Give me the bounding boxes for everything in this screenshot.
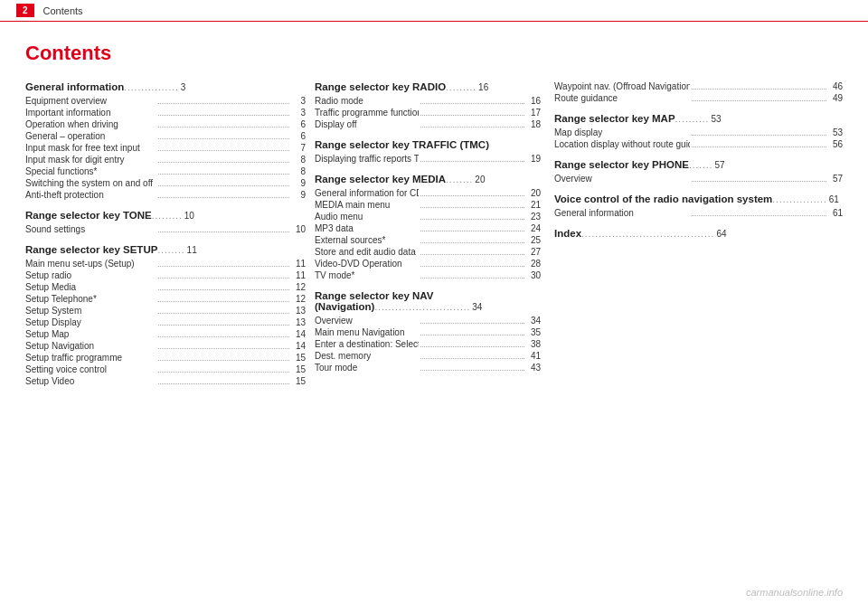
toc-page: 27 <box>526 247 541 257</box>
toc-page: 14 <box>291 329 306 339</box>
col-right: Range selector key RADIO.........16 Radi… <box>315 81 843 388</box>
toc-page: 12 <box>291 294 306 304</box>
toc-dots <box>158 115 289 116</box>
toc-dots <box>420 254 524 255</box>
toc-page: 25 <box>526 235 541 245</box>
toc-label: Display off <box>315 119 419 129</box>
toc-page: 18 <box>526 119 541 129</box>
toc-page: 38 <box>526 339 541 349</box>
toc-entry: Route guidance 49 <box>554 93 843 104</box>
toc-dots <box>158 150 289 151</box>
toc-label: Sound settings <box>25 224 156 234</box>
toc-entry: Main menu Navigation 35 <box>315 327 541 338</box>
toc-entry: Tour mode 43 <box>315 363 541 373</box>
toc-label: Overview <box>315 316 419 326</box>
toc-page: 56 <box>828 139 843 149</box>
toc-page: 15 <box>291 364 306 374</box>
toc-dots <box>420 278 524 279</box>
toc-entry: Overview 34 <box>315 316 541 326</box>
toc-label: Overview <box>554 174 690 184</box>
toc-dots <box>158 197 289 198</box>
toc-entry: Enter a destination: Select a destinatio… <box>315 339 541 350</box>
toc-entry: Anti-theft protection 9 <box>25 190 306 201</box>
toc-page: 16 <box>526 96 541 106</box>
toc-label: Enter a destination: Select a destinatio… <box>315 339 419 349</box>
toc-label: General information <box>554 208 690 218</box>
toc-dots <box>692 89 827 90</box>
toc-page: 9 <box>291 178 306 188</box>
toc-dots <box>158 372 289 373</box>
section-header: Range selector key TONE.........10 <box>25 210 306 221</box>
toc-entry: Switching the system on and off 9 <box>25 178 306 189</box>
toc-entry: Special functions* 8 <box>25 166 306 177</box>
toc-page: 8 <box>291 155 306 165</box>
toc-entry: Setup Telephone* 12 <box>25 294 306 305</box>
section-header: Range selector key MAP..........53 <box>554 113 843 124</box>
toc-dots <box>692 100 827 101</box>
col-left: General information................3 Equ… <box>25 81 315 388</box>
toc-label: Input mask for digit entry <box>25 155 156 165</box>
toc-page: 34 <box>526 316 541 326</box>
toc-page: 14 <box>291 341 306 351</box>
toc-entry: General information 61 <box>554 208 843 219</box>
toc-dots <box>420 346 524 347</box>
toc-page: 41 <box>526 351 541 361</box>
toc-dots <box>158 162 289 163</box>
toc-label: Setup Display <box>25 317 156 327</box>
toc-entry: Setup Media 12 <box>25 282 306 293</box>
toc-entry: Main menu set-ups (Setup) 11 <box>25 259 306 269</box>
toc-entry: Location display without route guidance … <box>554 139 843 150</box>
page-title: Contents <box>25 42 843 65</box>
section-header: Range selector key SETUP........11 <box>25 244 306 255</box>
toc-label: External sources* <box>315 235 419 245</box>
toc-dots <box>158 289 289 290</box>
main-content: Contents General information............… <box>0 22 868 406</box>
toc-label: Equipment overview <box>25 96 156 106</box>
toc-entry: External sources* 25 <box>315 235 541 246</box>
toc-entry: Overview 57 <box>554 174 843 184</box>
toc-entry: Setup Display 13 <box>25 317 306 328</box>
toc-page: 13 <box>291 317 306 327</box>
toc-dots <box>692 135 827 136</box>
toc-dots <box>420 219 524 220</box>
toc-label: Setup Navigation <box>25 341 156 351</box>
toc-dots <box>420 161 524 162</box>
toc-entry: Equipment overview 3 <box>25 96 306 107</box>
toc-label: Radio mode <box>315 96 419 106</box>
toc-label: Important information <box>25 108 156 118</box>
section-header: General information................3 <box>25 81 306 92</box>
toc-dots <box>158 185 289 186</box>
footer-logo: carmanualsonline.info <box>746 587 843 598</box>
toc-label: Location display without route guidance <box>554 139 690 149</box>
toc-page: 3 <box>291 108 306 118</box>
toc-page: 49 <box>828 93 843 103</box>
section-header: Range selector key PHONE.......57 <box>554 159 843 170</box>
toc-label: Setup radio <box>25 270 156 280</box>
toc-page: 11 <box>291 270 306 280</box>
section-header: Range selector key RADIO.........16 <box>315 81 541 92</box>
toc-label: Setup Video <box>25 376 156 386</box>
toc-page: 13 <box>291 306 306 316</box>
toc-page: 35 <box>526 327 541 337</box>
toc-entry: Traffic programme function TP 17 <box>315 108 541 118</box>
toc-label: Special functions* <box>25 166 156 176</box>
toc-label: Setup traffic programme <box>25 353 156 363</box>
toc-dots <box>420 127 524 128</box>
section-header: Voice control of the radio navigation sy… <box>554 194 843 204</box>
toc-label: Audio menu <box>315 212 419 222</box>
toc-page: 53 <box>828 128 843 137</box>
toc-page: 20 <box>526 188 541 198</box>
toc-dots <box>420 358 524 359</box>
toc-dots <box>158 138 289 139</box>
toc-entry: Video-DVD Operation 28 <box>315 259 541 269</box>
toc-page: 61 <box>828 208 843 218</box>
toc-dots <box>692 181 827 182</box>
header-bar: 2 Contents <box>0 0 868 22</box>
toc-dots <box>158 174 289 175</box>
toc-page: 10 <box>291 224 306 234</box>
toc-entry: Displaying traffic reports TRAFFIC (TMC)… <box>315 154 541 165</box>
toc-entry: Dest. memory 41 <box>315 351 541 362</box>
toc-label: Waypoint nav. (Offroad Navigation) <box>554 81 690 91</box>
toc-page: 6 <box>291 131 306 141</box>
toc-dots <box>158 231 289 232</box>
